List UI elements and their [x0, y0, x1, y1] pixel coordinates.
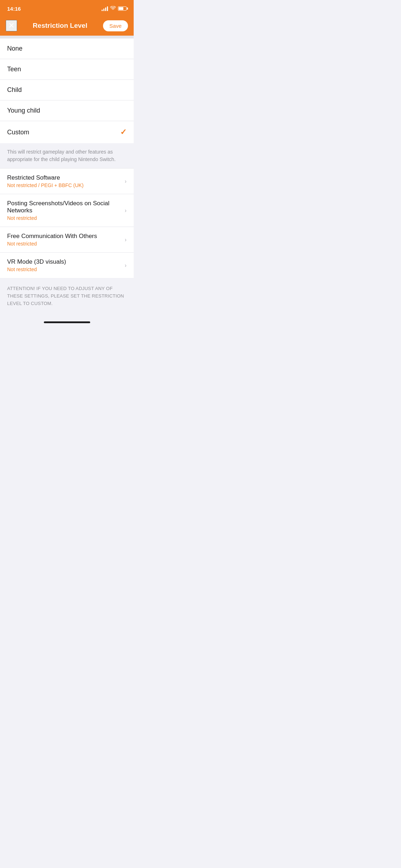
setting-vr-mode-title: VR Mode (3D visuals) — [7, 258, 122, 265]
signal-icon — [102, 6, 108, 11]
option-custom[interactable]: Custom ✓ — [0, 121, 134, 143]
setting-vr-mode-content: VR Mode (3D visuals) Not restricted — [7, 258, 125, 272]
setting-restricted-software-value: Not restricted / PEGI + BBFC (UK) — [7, 182, 122, 188]
setting-free-communication-title: Free Communication With Others — [7, 233, 122, 240]
setting-vr-mode-value: Not restricted — [7, 267, 122, 272]
setting-free-communication-value: Not restricted — [7, 241, 122, 247]
chevron-right-icon: › — [125, 237, 127, 243]
attention-box: ATTENTION! If you need to adjust any of … — [0, 278, 134, 314]
option-none-label: None — [7, 45, 22, 52]
setting-posting-screenshots-value: Not restricted — [7, 215, 122, 221]
chevron-right-icon: › — [125, 178, 127, 185]
status-icons — [102, 6, 127, 11]
options-list: None Teen Child Young child Custom ✓ — [0, 38, 134, 143]
option-custom-label: Custom — [7, 129, 29, 136]
setting-restricted-software-title: Restricted Software — [7, 174, 122, 181]
chevron-right-icon: › — [125, 262, 127, 269]
wifi-icon — [110, 6, 116, 11]
setting-posting-screenshots-title: Posting Screenshots/Videos on Social Net… — [7, 200, 122, 214]
setting-restricted-software[interactable]: Restricted Software Not restricted / PEG… — [0, 169, 134, 194]
checkmark-icon: ✓ — [120, 128, 127, 137]
chevron-right-icon: › — [125, 207, 127, 214]
setting-restricted-software-content: Restricted Software Not restricted / PEG… — [7, 174, 125, 188]
nav-bar: ✕ Restriction Level Save — [0, 16, 134, 36]
settings-list: Restricted Software Not restricted / PEG… — [0, 169, 134, 278]
setting-posting-screenshots-content: Posting Screenshots/Videos on Social Net… — [7, 200, 125, 221]
option-child[interactable]: Child — [0, 80, 134, 100]
option-none[interactable]: None — [0, 38, 134, 59]
status-time: 14:16 — [7, 6, 21, 12]
option-teen[interactable]: Teen — [0, 59, 134, 80]
option-young-child[interactable]: Young child — [0, 100, 134, 121]
close-button[interactable]: ✕ — [6, 20, 17, 31]
home-indicator-area — [0, 314, 134, 327]
attention-text: ATTENTION! If you need to adjust any of … — [7, 285, 127, 307]
option-child-label: Child — [7, 86, 22, 94]
battery-icon — [118, 6, 127, 11]
option-young-child-label: Young child — [7, 107, 40, 114]
page-title: Restriction Level — [17, 22, 103, 30]
description-box: This will restrict gameplay and other fe… — [0, 143, 134, 169]
save-button[interactable]: Save — [103, 20, 128, 31]
nav-spacer — [0, 36, 134, 38]
description-text: This will restrict gameplay and other fe… — [7, 148, 127, 163]
setting-posting-screenshots[interactable]: Posting Screenshots/Videos on Social Net… — [0, 194, 134, 227]
setting-free-communication[interactable]: Free Communication With Others Not restr… — [0, 227, 134, 253]
status-bar: 14:16 — [0, 0, 134, 16]
setting-free-communication-content: Free Communication With Others Not restr… — [7, 233, 125, 247]
home-indicator — [44, 321, 90, 323]
setting-vr-mode[interactable]: VR Mode (3D visuals) Not restricted › — [0, 253, 134, 278]
option-teen-label: Teen — [7, 66, 21, 73]
